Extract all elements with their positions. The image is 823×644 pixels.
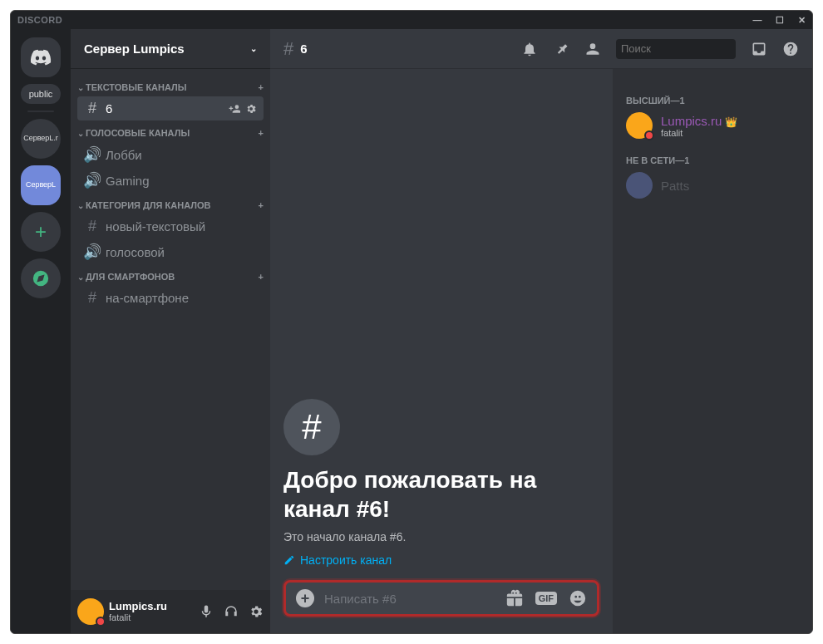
status-dnd-icon — [96, 617, 106, 627]
welcome-subtitle: Это начало канала #6. — [283, 530, 599, 543]
crown-icon: 👑 — [725, 116, 737, 128]
channel-6[interactable]: # 6 — [77, 96, 264, 120]
chevron-down-icon: ⌄ — [77, 83, 84, 92]
avatar — [626, 172, 653, 199]
member-patts[interactable]: Patts — [619, 169, 806, 202]
channel-list: ⌄ ТЕКСТОВЫЕ КАНАЛЫ + # 6 ⌄ ГОЛОСОВЫЕ КАН… — [71, 69, 270, 590]
channel-voice-custom[interactable]: 🔊голосовой — [77, 239, 264, 264]
user-panel: Lumpics.ru fatalit — [71, 590, 270, 633]
chevron-down-icon: ⌄ — [77, 129, 84, 138]
channel-gaming[interactable]: 🔊Gaming — [77, 168, 264, 193]
channel-title: 6 — [300, 42, 307, 56]
help-icon[interactable] — [782, 41, 799, 57]
message-composer[interactable]: + GIF — [283, 580, 599, 617]
messages-pane: # Добро пожаловать наканал #6! Это начал… — [270, 69, 613, 633]
speaker-icon: 🔊 — [84, 243, 101, 261]
close-icon[interactable]: ✕ — [798, 15, 806, 26]
add-channel-icon[interactable]: + — [259, 128, 264, 138]
content-row: # Добро пожаловать наканал #6! Это начал… — [270, 69, 812, 633]
discord-logo-icon — [30, 47, 52, 68]
titlebar: DISCORD — ☐ ✕ — [11, 11, 812, 29]
minimize-icon[interactable]: — — [753, 15, 763, 26]
main-area: # 6 # — [270, 29, 812, 633]
user-avatar[interactable] — [77, 598, 104, 625]
search-box[interactable] — [616, 39, 736, 59]
speaker-icon: 🔊 — [84, 171, 101, 189]
emoji-icon[interactable] — [569, 589, 587, 607]
server-name: Сервер Lumpics — [84, 42, 185, 56]
window-controls: — ☐ ✕ — [753, 15, 806, 26]
member-group-offline: НЕ В СЕТИ—1 — [619, 142, 806, 169]
channel-sidebar: Сервер Lumpics ⌄ ⌄ ТЕКСТОВЫЕ КАНАЛЫ + # … — [71, 29, 270, 633]
server-rail: public СерверL.r СерверL + — [11, 29, 71, 633]
settings-icon[interactable] — [249, 604, 264, 619]
public-folder[interactable]: public — [21, 84, 61, 104]
gift-icon[interactable] — [505, 589, 524, 607]
search-input[interactable] — [621, 42, 761, 55]
pencil-icon — [283, 554, 295, 566]
add-channel-icon[interactable]: + — [259, 200, 264, 210]
home-button[interactable] — [21, 37, 61, 77]
channel-header: # 6 — [270, 29, 812, 69]
members-icon[interactable] — [584, 41, 601, 57]
server-item-2[interactable]: СерверL — [21, 165, 61, 205]
add-channel-icon[interactable]: + — [259, 82, 264, 92]
hash-icon: # — [84, 289, 101, 307]
hash-icon: # — [84, 100, 101, 117]
attach-button[interactable]: + — [296, 589, 314, 607]
category-text[interactable]: ⌄ ТЕКСТОВЫЕ КАНАЛЫ + — [71, 76, 270, 96]
hash-icon: # — [84, 218, 101, 235]
compass-icon — [32, 269, 50, 288]
explore-servers-button[interactable] — [21, 258, 61, 298]
notifications-icon[interactable] — [521, 41, 538, 57]
add-channel-icon[interactable]: + — [259, 272, 264, 282]
channel-new-text[interactable]: #новый-текстовый — [77, 214, 264, 238]
category-smartphones[interactable]: ⌄ ДЛЯ СМАРТФОНОВ + — [71, 265, 270, 285]
app-body: public СерверL.r СерверL + Сервер Lumpic… — [11, 29, 812, 633]
server-separator — [27, 111, 54, 112]
invite-icon[interactable] — [229, 103, 240, 115]
category-custom[interactable]: ⌄ КАТЕГОРИЯ ДЛЯ КАНАЛОВ + — [71, 194, 270, 214]
chevron-down-icon: ⌄ — [77, 273, 84, 282]
chevron-down-icon: ⌄ — [250, 44, 257, 53]
maximize-icon[interactable]: ☐ — [776, 15, 785, 26]
server-header[interactable]: Сервер Lumpics ⌄ — [71, 29, 270, 69]
channel-smartphone[interactable]: #на-смартфоне — [77, 286, 264, 310]
members-pane: ВЫСШИЙ—1 Lumpics.ru👑 fatalit НЕ В СЕТИ—1… — [613, 69, 812, 633]
brand-label: DISCORD — [17, 15, 62, 25]
welcome-hash-icon: # — [283, 399, 340, 455]
member-lumpics[interactable]: Lumpics.ru👑 fatalit — [619, 109, 806, 142]
app-window: DISCORD — ☐ ✕ public СерверL.r СерверL +… — [10, 10, 813, 634]
chevron-down-icon: ⌄ — [77, 201, 84, 210]
avatar — [626, 112, 653, 139]
category-voice[interactable]: ⌄ ГОЛОСОВЫЕ КАНАЛЫ + — [71, 121, 270, 141]
hash-icon: # — [283, 38, 293, 60]
server-item-1[interactable]: СерверL.r — [21, 119, 61, 159]
speaker-icon: 🔊 — [84, 145, 101, 164]
channel-lobby[interactable]: 🔊Лобби — [77, 142, 264, 167]
edit-channel-link[interactable]: Настроить канал — [283, 553, 599, 567]
gif-button[interactable]: GIF — [535, 592, 557, 605]
add-server-button[interactable]: + — [21, 212, 61, 252]
message-scroll[interactable]: # Добро пожаловать наканал #6! Это начал… — [270, 69, 613, 580]
pinned-icon[interactable] — [553, 41, 569, 57]
mute-icon[interactable] — [199, 604, 214, 619]
status-dnd-icon — [644, 130, 654, 140]
welcome-title: Добро пожаловать наканал #6! — [283, 465, 599, 524]
message-input[interactable] — [324, 592, 495, 606]
member-group-top: ВЫСШИЙ—1 — [619, 82, 806, 109]
inbox-icon[interactable] — [751, 41, 767, 57]
gear-icon[interactable] — [245, 103, 257, 115]
deafen-icon[interactable] — [224, 604, 239, 619]
user-info[interactable]: Lumpics.ru fatalit — [109, 601, 167, 622]
composer-wrap: + GIF — [270, 580, 613, 633]
